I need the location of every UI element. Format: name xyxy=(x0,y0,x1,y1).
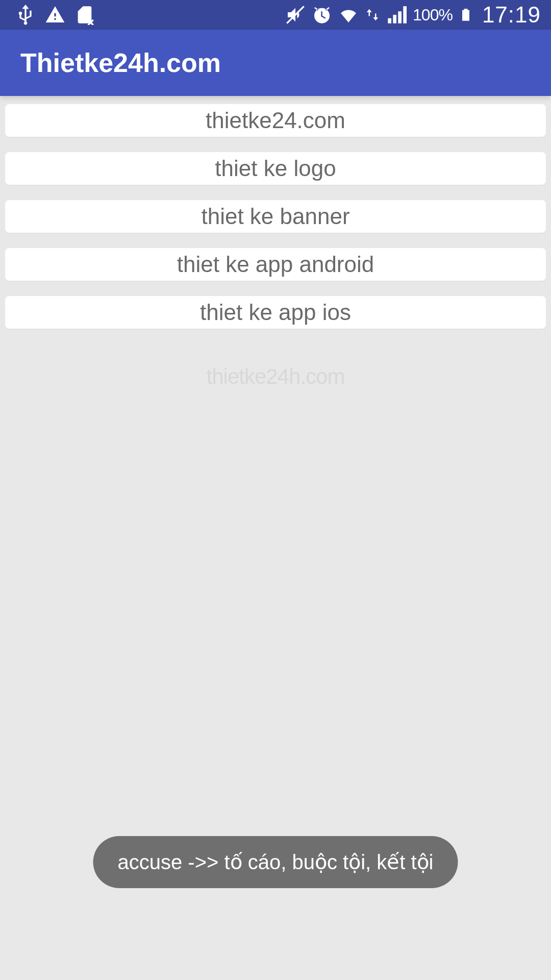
wifi-icon xyxy=(338,5,359,25)
sim-error-icon xyxy=(74,5,95,25)
watermark-text: thietke24h.com xyxy=(0,364,551,389)
list-item[interactable]: thiet ke logo xyxy=(5,152,546,185)
list-item[interactable]: thiet ke banner xyxy=(5,200,546,233)
toast-message: accuse ->> tố cáo, buộc tội, kết tội xyxy=(93,836,458,888)
status-bar: 100% 17:19 xyxy=(0,0,551,30)
status-right: 100% 17:19 xyxy=(285,2,541,28)
list-item[interactable]: thietke24.com xyxy=(5,104,546,137)
clock: 17:19 xyxy=(482,2,541,28)
battery-icon xyxy=(459,5,473,25)
menu-list: thietke24.com thiet ke logo thiet ke ban… xyxy=(0,96,551,329)
signal-icon xyxy=(386,5,407,25)
list-item[interactable]: thiet ke app ios xyxy=(5,296,546,329)
usb-icon xyxy=(15,5,36,25)
status-left xyxy=(15,5,95,25)
app-title: Thietke24h.com xyxy=(20,47,221,78)
warning-icon xyxy=(45,5,65,25)
mute-icon xyxy=(285,5,306,25)
data-icon xyxy=(365,5,380,25)
list-item[interactable]: thiet ke app android xyxy=(5,248,546,281)
battery-percent: 100% xyxy=(413,6,453,24)
alarm-icon xyxy=(312,5,332,25)
app-bar: Thietke24h.com xyxy=(0,30,551,96)
